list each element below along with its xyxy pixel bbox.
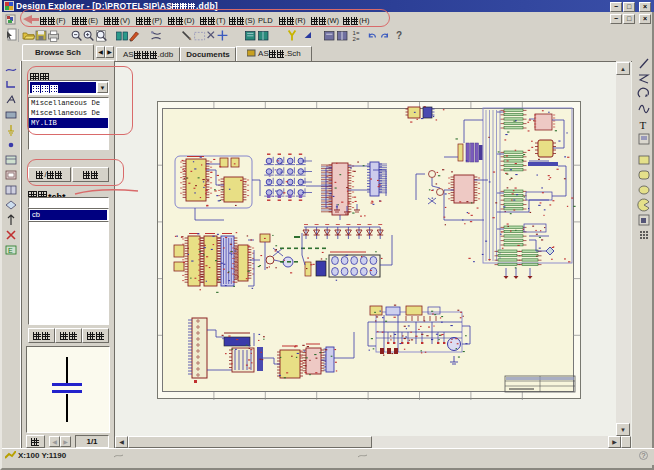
svg-text:2=: 2=	[353, 36, 360, 42]
svg-text:E: E	[8, 247, 13, 254]
svg-text:T: T	[640, 119, 647, 131]
svg-text:?: ?	[396, 30, 402, 41]
